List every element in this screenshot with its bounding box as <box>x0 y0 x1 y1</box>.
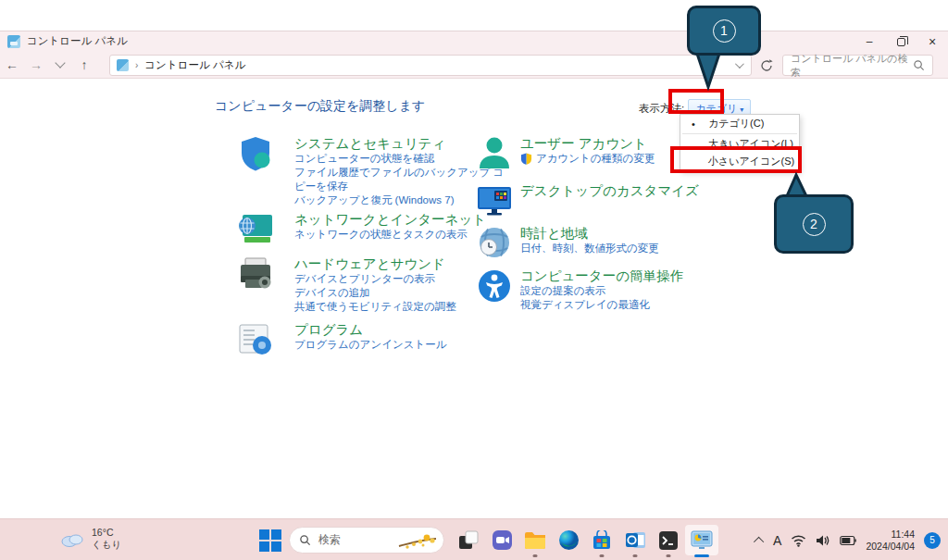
terminal-icon[interactable] <box>652 525 685 555</box>
selected-bullet-icon: • <box>692 118 695 130</box>
user-icon[interactable] <box>476 135 513 172</box>
start-button[interactable] <box>259 529 281 552</box>
cloud-icon <box>59 529 85 548</box>
category-title[interactable]: ユーザー アカウント <box>520 135 655 152</box>
forward-button[interactable]: → <box>24 57 48 72</box>
page-heading: コンピューターの設定を調整します <box>215 98 425 115</box>
category-title[interactable]: システムとセキュリティ <box>294 135 505 152</box>
active-indicator <box>694 554 709 557</box>
category-ease-of-access: コンピューターの簡単操作 設定の提案の表示 視覚ディスプレイの最適化 <box>476 268 744 312</box>
ime-mode-indicator[interactable]: A <box>773 533 781 548</box>
notification-badge[interactable]: 5 <box>924 532 941 549</box>
restore-button[interactable] <box>885 31 917 52</box>
category-link[interactable]: アカウントの種類の変更 <box>520 152 655 166</box>
callout1-tail <box>694 54 722 91</box>
volume-icon[interactable] <box>816 534 830 547</box>
breadcrumb-separator: › <box>135 60 138 70</box>
desktop: コントロール パネル – × ← → ↑ › コントロール パネル コントロール… <box>0 0 948 560</box>
file-explorer-icon[interactable] <box>518 525 552 555</box>
ease-of-access-icon[interactable] <box>476 268 513 305</box>
uac-shield-icon <box>520 153 532 165</box>
running-indicator <box>667 554 671 557</box>
category-link[interactable]: ネットワークの状態とタスクの表示 <box>294 228 486 242</box>
category-link[interactable]: プログラムのアンインストール <box>294 338 447 352</box>
category-link[interactable]: デバイスとプリンターの表示 <box>294 272 456 286</box>
category-link[interactable]: バックアップと復元 (Windows 7) <box>294 193 505 207</box>
category-hardware-sound: ハードウェアとサウンド デバイスとプリンターの表示 デバイスの追加 共通で使うモ… <box>237 255 505 314</box>
annotation-callout-2: 2 <box>774 194 854 254</box>
window-title: コントロール パネル <box>27 34 128 48</box>
weather-widget[interactable]: 16°C くもり <box>59 527 121 551</box>
category-title[interactable]: ハードウェアとサウンド <box>294 255 456 272</box>
category-title[interactable]: コンピューターの簡単操作 <box>520 268 683 284</box>
hidden-icons-chevron-icon[interactable] <box>754 536 764 546</box>
shield-icon[interactable] <box>237 135 274 172</box>
clock-widget[interactable]: 11:44 2024/04/04 <box>866 529 915 553</box>
close-button[interactable]: × <box>917 31 948 52</box>
refresh-button[interactable] <box>759 58 774 73</box>
desktop-icon[interactable] <box>476 182 513 219</box>
clock-region-icon[interactable] <box>476 225 513 262</box>
control-panel-home: コンピューターの設定を調整します 表示方法: カテゴリ▾ システムとセキュリティ… <box>0 79 948 518</box>
task-view-button[interactable] <box>452 525 485 555</box>
printer-icon[interactable] <box>237 255 274 292</box>
chat-app-icon[interactable] <box>485 525 518 555</box>
category-link[interactable]: 設定の提案の表示 <box>520 284 683 298</box>
category-column-left: システムとセキュリティ コンピューターの状態を確認 ファイル履歴でファイルのバッ… <box>237 135 505 366</box>
breadcrumb[interactable]: コントロール パネル <box>144 58 245 72</box>
step-number: 1 <box>713 19 736 43</box>
control-panel-icon <box>117 59 129 71</box>
annotation-callout-1: 1 <box>687 6 761 56</box>
category-link[interactable]: ファイル履歴でファイルのバックアップ コピーを保存 <box>294 166 505 193</box>
back-button[interactable]: ← <box>0 57 24 72</box>
taskbar: 16°C くもり 検索 <box>0 518 948 560</box>
category-programs: プログラム プログラムのアンインストール <box>237 321 505 362</box>
category-link[interactable]: コンピューターの状態を確認 <box>294 152 505 166</box>
category-system-security: システムとセキュリティ コンピューターの状態を確認 ファイル履歴でファイルのバッ… <box>237 135 505 207</box>
category-link[interactable]: 共通で使うモビリティ設定の調整 <box>294 300 456 314</box>
window-titlebar[interactable]: コントロール パネル – × <box>0 31 948 51</box>
tray-date: 2024/04/04 <box>866 541 915 553</box>
search-placeholder: 検索 <box>318 532 397 548</box>
category-link[interactable]: 日付、時刻、数値形式の変更 <box>520 242 659 255</box>
minimize-button[interactable]: – <box>854 31 885 52</box>
category-clock-region: 時計と地域 日付、時刻、数値形式の変更 <box>476 225 744 266</box>
annotation-redbox-small-icons <box>670 146 802 173</box>
taskbar-apps <box>452 525 718 555</box>
step-number: 2 <box>803 213 826 236</box>
caret-down-icon: ▾ <box>740 106 743 114</box>
address-bar[interactable]: › コントロール パネル <box>109 55 752 76</box>
menu-item-category[interactable]: • カテゴリ(C) <box>680 115 799 132</box>
up-button[interactable]: ↑ <box>72 57 96 72</box>
menu-separator <box>682 133 797 134</box>
category-link[interactable]: 視覚ディスプレイの最適化 <box>520 298 683 312</box>
category-appearance: デスクトップのカスタマイズ <box>476 182 744 223</box>
network-icon[interactable] <box>237 211 274 248</box>
search-icon <box>913 59 925 71</box>
navigation-bar: ← → ↑ › コントロール パネル コントロール パネルの検索 <box>0 51 948 79</box>
control-panel-taskbar-icon[interactable] <box>685 525 718 555</box>
category-title[interactable]: デスクトップのカスタマイズ <box>520 182 699 199</box>
category-title[interactable]: 時計と地域 <box>520 225 659 242</box>
running-indicator <box>633 554 638 557</box>
edge-browser-icon[interactable] <box>552 525 585 555</box>
control-panel-search-input[interactable]: コントロール パネルの検索 <box>782 55 933 76</box>
restore-icon <box>897 38 905 46</box>
recent-pages-chevron-icon[interactable] <box>55 57 65 68</box>
system-tray: A 11:44 2024/04/04 5 <box>756 519 941 560</box>
category-title[interactable]: プログラム <box>294 321 447 338</box>
wifi-icon[interactable] <box>791 534 806 547</box>
category-title[interactable]: ネットワークとインターネット <box>294 211 486 228</box>
weather-desc: くもり <box>92 539 121 551</box>
annotation-redbox-view-by <box>668 89 724 114</box>
category-link[interactable]: デバイスの追加 <box>294 286 456 300</box>
microsoft-store-icon[interactable] <box>585 525 618 555</box>
tray-time: 11:44 <box>866 529 915 541</box>
programs-icon[interactable] <box>237 321 274 358</box>
address-dropdown-chevron-icon[interactable] <box>735 59 744 68</box>
running-indicator <box>533 554 538 557</box>
category-network-internet: ネットワークとインターネット ネットワークの状態とタスクの表示 <box>237 211 505 252</box>
outlook-icon[interactable] <box>618 525 652 555</box>
taskbar-search-input[interactable]: 検索 <box>289 527 444 554</box>
battery-icon[interactable] <box>840 535 856 546</box>
